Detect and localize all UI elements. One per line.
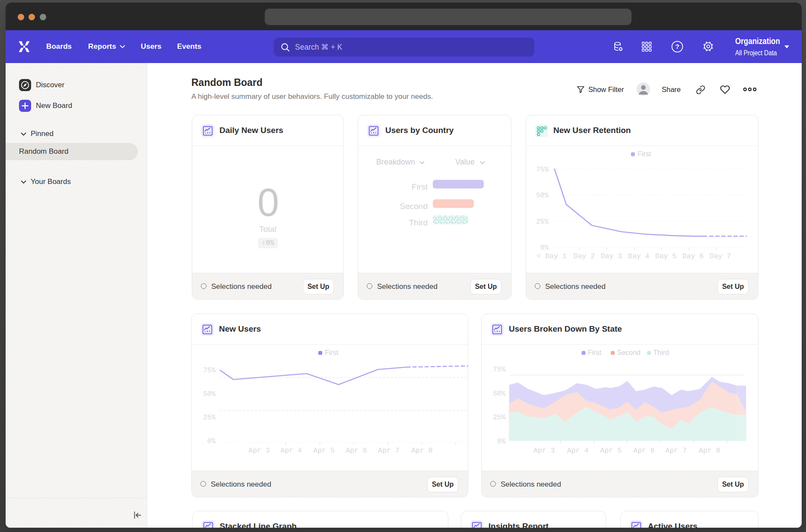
svg-text:Apr 7: Apr 7: [665, 446, 687, 455]
svg-text:Third: Third: [654, 349, 669, 356]
svg-text:< Day 1: < Day 1: [536, 252, 566, 260]
svg-text:Day 7: Day 7: [710, 252, 731, 260]
svg-text:Apr 5: Apr 5: [600, 446, 622, 455]
svg-text:0%: 0%: [497, 438, 506, 446]
svg-text:25%: 25%: [493, 414, 505, 421]
svg-text:Apr 4: Apr 4: [280, 446, 302, 455]
svg-text:0%: 0%: [207, 437, 216, 445]
svg-text:Apr 6: Apr 6: [633, 446, 655, 455]
svg-text:Day 2: Day 2: [574, 252, 595, 260]
svg-text:50%: 50%: [203, 390, 216, 398]
svg-text:Second: Second: [617, 349, 641, 356]
svg-text:First: First: [638, 150, 651, 158]
svg-text:Apr 5: Apr 5: [313, 446, 335, 455]
svg-text:Apr 6: Apr 6: [346, 446, 367, 455]
svg-text:Third: Third: [409, 218, 428, 227]
svg-text:Apr 4: Apr 4: [567, 446, 589, 455]
svg-text:Day 3: Day 3: [601, 252, 622, 260]
svg-text:50%: 50%: [493, 390, 505, 398]
svg-text:Second: Second: [400, 202, 428, 211]
svg-text:0%: 0%: [540, 244, 549, 252]
svg-text:25%: 25%: [536, 218, 549, 226]
svg-text:75%: 75%: [536, 166, 549, 174]
svg-text:25%: 25%: [203, 414, 216, 421]
svg-text:First: First: [588, 349, 602, 356]
svg-text:Day 5: Day 5: [655, 252, 677, 260]
svg-text:Apr 3: Apr 3: [248, 446, 270, 455]
svg-text:Day 6: Day 6: [682, 252, 704, 260]
svg-text:Apr 8: Apr 8: [699, 446, 720, 455]
svg-text:Apr 8: Apr 8: [411, 446, 433, 455]
svg-text:50%: 50%: [536, 192, 549, 200]
svg-text:First: First: [412, 182, 428, 191]
svg-text:Apr 7: Apr 7: [378, 446, 400, 455]
svg-text:Day 4: Day 4: [628, 252, 650, 260]
svg-text:75%: 75%: [493, 366, 505, 374]
svg-text:?: ?: [675, 43, 679, 50]
svg-text:75%: 75%: [203, 367, 216, 374]
svg-text:Apr 3: Apr 3: [533, 446, 555, 455]
svg-text:First: First: [325, 349, 339, 356]
